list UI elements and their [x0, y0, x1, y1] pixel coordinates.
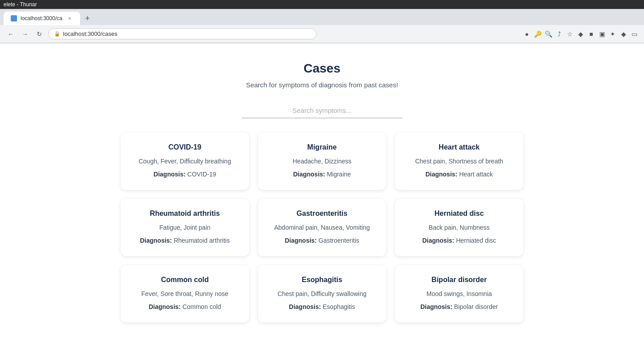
browser-toolbar-icons: ● 🔑 🔍 ⤴ ☆ ◆ ■ ▣ ✦ ◆ ▭	[522, 30, 639, 39]
case-card[interactable]: Heart attack Chest pain, Shortness of br…	[395, 133, 523, 190]
card-diagnosis: Diagnosis: COVID-19	[130, 170, 240, 179]
card-symptoms: Abdominal pain, Nausea, Vomiting	[267, 223, 377, 232]
card-title: Heart attack	[404, 143, 514, 151]
card-symptoms: Headache, Dizziness	[267, 157, 377, 166]
diagnosis-label: Diagnosis:	[285, 237, 317, 244]
case-card[interactable]: Rheumatoid arthritis Fatigue, Joint pain…	[121, 199, 249, 256]
diagnosis-value: Herniated disc	[456, 237, 496, 244]
key-icon[interactable]: 🔑	[533, 30, 542, 39]
tab-favicon	[11, 15, 17, 21]
record-icon[interactable]: ●	[522, 30, 531, 39]
case-card[interactable]: Esophagitis Chest pain, Difficulty swall…	[258, 265, 386, 322]
card-title: Gastroenteritis	[267, 210, 377, 218]
card-title: Rheumatoid arthritis	[130, 210, 240, 218]
reload-button[interactable]: ↻	[34, 29, 45, 39]
active-tab[interactable]: localhost:3000/ca ×	[4, 12, 80, 25]
diagnosis-label: Diagnosis:	[293, 171, 325, 178]
card-title: Herniated disc	[404, 210, 514, 218]
sidebar-icon[interactable]: ▭	[630, 30, 639, 39]
card-diagnosis: Diagnosis: Gastroenteritis	[267, 236, 377, 245]
case-card[interactable]: Bipolar disorder Mood swings, Insomnia D…	[395, 265, 523, 322]
diagnosis-label: Diagnosis:	[153, 171, 186, 178]
page-content: Cases Search for symptoms of diagnosis f…	[0, 43, 644, 343]
card-diagnosis: Diagnosis: Rheumatoid arthritis	[130, 236, 240, 245]
tab-label: localhost:3000/ca	[21, 15, 62, 21]
star-icon[interactable]: ☆	[565, 30, 574, 39]
diagnosis-value: Common cold	[182, 303, 221, 310]
case-card[interactable]: COVID-19 Cough, Fever, Difficulty breath…	[121, 133, 249, 190]
browser-chrome: elete - Thunar localhost:3000/ca × + ← →…	[0, 0, 644, 43]
lock-icon: 🔒	[54, 31, 60, 37]
title-bar-text: elete - Thunar	[4, 1, 37, 8]
ext4-icon[interactable]: ✦	[608, 30, 617, 39]
card-title: Bipolar disorder	[404, 276, 514, 284]
card-diagnosis: Diagnosis: Herniated disc	[404, 236, 514, 245]
diagnosis-label: Diagnosis:	[140, 237, 172, 244]
card-symptoms: Fatigue, Joint pain	[130, 223, 240, 232]
card-symptoms: Fever, Sore throat, Runny nose	[130, 289, 240, 299]
search-container	[9, 103, 635, 118]
card-title: Esophagitis	[267, 276, 377, 284]
back-button[interactable]: ←	[5, 29, 16, 39]
forward-button[interactable]: →	[20, 29, 30, 39]
page-subtitle: Search for symptoms of diagnosis from pa…	[9, 81, 635, 89]
case-card[interactable]: Migraine Headache, Dizziness Diagnosis: …	[258, 133, 386, 190]
diagnosis-value: Heart attack	[459, 171, 493, 178]
diagnosis-value: Bipolar disorder	[454, 303, 498, 310]
card-title: Common cold	[130, 276, 240, 284]
diagnosis-value: Rheumatoid arthritis	[174, 237, 229, 244]
card-symptoms: Chest pain, Difficulty swallowing	[267, 289, 377, 299]
search-input[interactable]	[242, 103, 402, 118]
diagnosis-label: Diagnosis:	[148, 303, 181, 310]
diagnosis-value: Esophagitis	[323, 303, 355, 310]
search-browser-icon[interactable]: 🔍	[544, 30, 553, 39]
case-card[interactable]: Common cold Fever, Sore throat, Runny no…	[121, 265, 249, 322]
card-title: COVID-19	[130, 143, 240, 151]
diagnosis-label: Diagnosis:	[422, 237, 454, 244]
ext2-icon[interactable]: ■	[587, 30, 596, 39]
ext3-icon[interactable]: ▣	[597, 30, 606, 39]
tab-close-button[interactable]: ×	[66, 15, 73, 22]
diagnosis-value: Gastroenteritis	[318, 237, 359, 244]
diagnosis-label: Diagnosis:	[425, 171, 458, 178]
cases-grid: COVID-19 Cough, Fever, Difficulty breath…	[121, 133, 523, 322]
address-bar[interactable]: 🔒 localhost:3000/cases	[48, 28, 317, 39]
card-diagnosis: Diagnosis: Common cold	[130, 302, 240, 312]
card-symptoms: Mood swings, Insomnia	[404, 289, 514, 299]
puzzle-icon[interactable]: ◆	[619, 30, 628, 39]
case-card[interactable]: Gastroenteritis Abdominal pain, Nausea, …	[258, 199, 386, 256]
page-title: Cases	[9, 61, 635, 76]
diagnosis-label: Diagnosis:	[289, 303, 321, 310]
diagnosis-value: COVID-19	[187, 171, 216, 178]
card-diagnosis: Diagnosis: Esophagitis	[267, 302, 377, 312]
card-symptoms: Cough, Fever, Difficulty breathing	[130, 157, 240, 166]
diagnosis-label: Diagnosis:	[420, 303, 453, 310]
diagnosis-value: Migraine	[327, 171, 351, 178]
card-symptoms: Back pain, Numbness	[404, 223, 514, 232]
card-symptoms: Chest pain, Shortness of breath	[404, 157, 514, 166]
address-bar-row: ← → ↻ 🔒 localhost:3000/cases ● 🔑 🔍 ⤴ ☆ ◆…	[0, 25, 644, 43]
share-icon[interactable]: ⤴	[555, 30, 564, 39]
title-bar: elete - Thunar	[0, 0, 644, 9]
new-tab-button[interactable]: +	[82, 13, 93, 24]
tab-bar: localhost:3000/ca × +	[0, 9, 644, 25]
case-card[interactable]: Herniated disc Back pain, Numbness Diagn…	[395, 199, 523, 256]
card-diagnosis: Diagnosis: Bipolar disorder	[404, 302, 514, 312]
ext1-icon[interactable]: ◆	[576, 30, 585, 39]
address-text: localhost:3000/cases	[63, 30, 117, 37]
card-diagnosis: Diagnosis: Heart attack	[404, 170, 514, 179]
card-title: Migraine	[267, 143, 377, 151]
card-diagnosis: Diagnosis: Migraine	[267, 170, 377, 179]
